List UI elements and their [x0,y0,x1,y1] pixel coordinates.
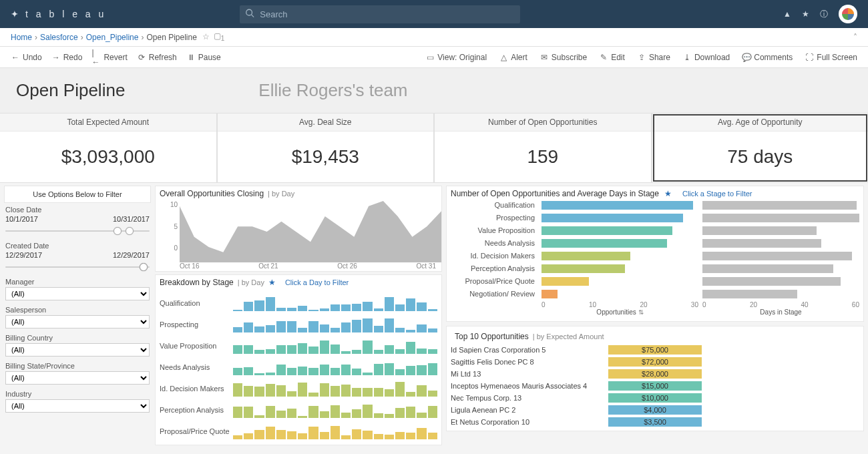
top10-row[interactable]: Mi Ltd 13 $28,000 [451,368,859,380]
star-icon: ★ [268,278,276,287]
hbar-label: Negotiation/ Review [451,290,537,298]
middle-column: Overall Opportunities Closing | by Day 1… [155,186,442,448]
hbar-row[interactable]: Value Proposition [451,224,859,236]
hbar-row[interactable]: Proposal/Price Quote [451,275,859,287]
sort-icon[interactable]: ⇅ [638,308,644,316]
hbar-row[interactable]: Needs Analysis [451,237,859,249]
alert-icon[interactable]: ▲ [783,9,791,19]
kpi-card[interactable]: Avg. Age of Opportunity75 days [652,114,869,182]
close-date-slider[interactable] [5,226,150,236]
close-date-to: 10/31/2017 [113,215,150,223]
axis-tick: 20 [750,301,757,308]
opportunity-value: $10,000 [608,393,702,403]
kpi-card[interactable]: Avg. Deal Size$19,453 [218,114,434,182]
pause-button[interactable]: ⏸Pause [186,53,221,62]
oppstage-hint[interactable]: Click a Stage to Filter [682,190,752,198]
filter-select[interactable]: (All) [5,371,150,385]
comments-button[interactable]: 💬Comments [742,53,793,62]
created-date-slider[interactable] [5,262,150,272]
collapse-panel-icon[interactable]: ˄ [853,33,857,42]
filter-label: Billing Country [5,334,150,342]
breadcrumb-item[interactable]: Salesforce [40,33,78,42]
hbar-row[interactable]: Negotiation/ Review [451,288,859,300]
redo-button[interactable]: →Redo [51,53,83,62]
opportunity-name: Mi Ltd 13 [451,370,608,378]
revert-icon: |← [91,53,101,62]
opportunity-name: Ligula Aenean PC 2 [451,406,608,414]
filter-select[interactable]: (All) [5,315,150,328]
kpi-value: 159 [435,132,651,182]
kpi-value: $19,453 [218,132,434,182]
area-chart[interactable] [180,201,441,262]
kpi-card[interactable]: Total Expected Amount$3,093,000 [0,114,216,182]
overall-title: Overall Opportunities Closing [160,189,264,198]
filter-select[interactable]: (All) [5,287,150,300]
info-icon[interactable]: ⓘ [820,9,828,20]
slider-thumb-high[interactable] [126,227,134,235]
search-icon [245,9,254,20]
download-button[interactable]: ⤓Download [682,53,730,62]
slider-thumb-high[interactable] [140,263,148,271]
stage-row[interactable]: Prospecting [160,314,437,335]
views-badge-icon[interactable]: ▢1 [214,31,225,42]
filter-select[interactable]: (All) [5,343,150,357]
breakdown-hint[interactable]: Click a Day to Filter [285,278,349,286]
stage-row[interactable]: Id. Decision Makers [160,378,437,399]
alert-button[interactable]: △Alert [499,53,527,62]
axis-title: Days in Stage [702,308,859,316]
hbar-row[interactable]: Qualification [451,199,859,211]
stage-label: Value Proposition [160,342,233,350]
star-icon[interactable]: ★ [802,9,809,19]
refresh-button[interactable]: ⟳Refresh [137,53,177,62]
redo-icon: → [51,53,61,62]
breadcrumb-item: Open Pipeline [146,33,196,42]
hbar-label: Needs Analysis [451,239,537,247]
toolbar: ←Undo →Redo |←Revert ⟳Refresh ⏸Pause ▭Vi… [0,47,868,68]
hbar-row[interactable]: Prospecting [451,212,859,224]
top10-row[interactable]: Et Netus Corporation 10 $3,500 [451,416,859,428]
filter-select[interactable]: (All) [5,399,150,413]
stage-row[interactable]: Qualification [160,292,437,314]
kpi-card[interactable]: Number of Open Opportunities159 [435,114,651,182]
top10-row[interactable]: Nec Tempus Corp. 13 $10,000 [451,392,859,404]
view-button[interactable]: ▭View: Original [425,53,487,62]
edit-button[interactable]: ✎Edit [599,53,625,62]
top10-row[interactable]: Id Sapien Cras Corporation 5 $75,000 [451,344,859,356]
top10-row[interactable]: Inceptos Hymenaeos Mauris Associates 4 $… [451,380,859,392]
subscribe-button[interactable]: ✉Subscribe [539,53,587,62]
right-column: Number of Open Opportunities and Average… [446,186,864,448]
top10-row[interactable]: Ligula Aenean PC 2 $4,000 [451,404,859,416]
breakdown-card: Breakdown by Stage | by Day ★ Click a Da… [155,274,442,445]
stage-row[interactable]: Proposal/Price Quote [160,421,437,442]
close-date-from: 10/1/2017 [5,215,38,223]
opportunity-name: Nec Tempus Corp. 13 [451,394,608,402]
revert-button[interactable]: |←Revert [91,53,127,62]
x-tick: Oct 21 [258,262,278,270]
breadcrumb-item[interactable]: Home [11,33,32,42]
share-button[interactable]: ⇪Share [637,53,670,62]
hbar-row[interactable]: Id. Decision Makers [451,250,859,262]
hbar-label: Id. Decision Makers [451,252,537,260]
tableau-icon: ✦ [11,9,21,19]
favorite-outline-icon[interactable]: ☆ [202,32,210,41]
filters-panel: Use Options Below to Filter Close Date 1… [4,186,151,448]
search-input[interactable] [240,5,520,23]
team-title: Ellie Rogers's team [258,80,407,101]
fullscreen-button[interactable]: ⛶Full Screen [805,53,857,62]
filters-title: Use Options Below to Filter [4,186,151,203]
undo-button[interactable]: ←Undo [11,53,42,62]
breadcrumb-item[interactable]: Open_Pipeline [86,33,139,42]
axis-tick: 20 [640,301,647,308]
slider-thumb-low[interactable] [114,227,122,235]
kpi-row: Total Expected Amount$3,093,000Avg. Deal… [0,113,868,183]
stage-row[interactable]: Perception Analysis [160,399,437,421]
avatar[interactable] [839,5,857,23]
y-tick: 10 [170,201,178,208]
stage-row[interactable]: Value Proposition [160,335,437,357]
stage-row[interactable]: Needs Analysis [160,357,437,378]
hbar-label: Qualification [451,201,537,209]
hbar-row[interactable]: Perception Analysis [451,262,859,274]
filter-label: Industry [5,390,150,398]
opportunity-value: $28,000 [608,369,702,379]
top10-row[interactable]: Sagittis Felis Donec PC 8 $72,000 [451,356,859,368]
